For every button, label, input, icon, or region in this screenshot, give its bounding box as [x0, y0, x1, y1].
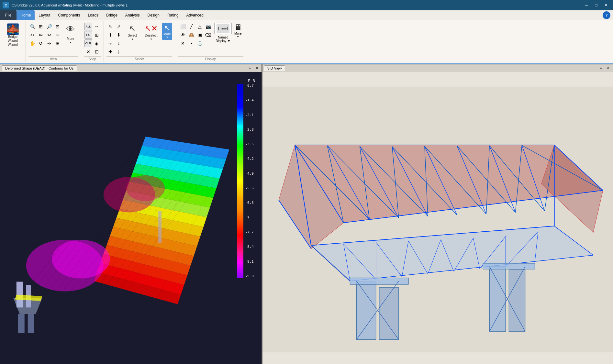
select-more-label: More [163, 32, 171, 36]
eye-view-button[interactable]: 👁 [63, 23, 78, 36]
snap-dot-button[interactable]: ⊡ [93, 48, 101, 56]
panel-close-button[interactable]: ✕ [254, 65, 260, 72]
right-panel-tab-bar: 3-D View ▽ ✕ [262, 64, 613, 72]
tick-2: -1.4 [245, 98, 254, 102]
snap-all-button[interactable]: ALL [84, 23, 92, 30]
deselect-button[interactable]: ↖✕ Deselect ▼ [142, 23, 160, 42]
right-panel-float-button[interactable]: ▽ [598, 65, 604, 72]
close-button[interactable]: ✕ [601, 1, 610, 9]
view-xz-button[interactable]: XZ [37, 31, 45, 39]
display-fill-button[interactable]: ▣ [196, 31, 204, 39]
select-rotate-button[interactable]: ↕ [115, 39, 123, 47]
menubar: File Home Layout Components Loads Bridge… [0, 10, 613, 20]
menu-analysis[interactable]: Analysis [121, 10, 144, 20]
display-erase-button[interactable]: ⌫ [204, 31, 212, 39]
menu-bridge[interactable]: Bridge [102, 10, 121, 20]
display-hide-button[interactable]: 🙈 [187, 31, 195, 39]
tick-1: -0.7 [245, 84, 254, 87]
display-tri-button[interactable]: △ [196, 23, 204, 30]
left-panel-tab-bar: Deformed Shape (DEAD) - Contours for Uz … [0, 64, 262, 72]
menu-design[interactable]: Design [144, 10, 163, 20]
display-more-button[interactable]: 🖥 More ▼ [234, 23, 242, 38]
svg-rect-101 [379, 288, 399, 339]
tick-11: -7.7 [245, 230, 254, 234]
display-dot-button[interactable]: • [187, 39, 195, 47]
snap-move-button[interactable]: ↔ [93, 23, 101, 30]
bridge-wizard-button[interactable]: 🌉 BridgeWizardWizard [4, 23, 22, 48]
tick-10: -7 [245, 216, 254, 219]
right-panel-close-button[interactable]: ✕ [605, 65, 611, 72]
snap-to-grid-button[interactable]: ⊞ [54, 39, 61, 47]
view-3d-button[interactable]: 3D [54, 31, 61, 39]
snap-grid-button[interactable]: ⊞ [93, 31, 101, 39]
select-grid-button[interactable]: ⊹ [115, 48, 123, 56]
deformed-shape-view[interactable]: E-3 -0.7 -1.4 -2.1 -2.8 -3.5 -4.2 -4.9 -… [0, 72, 262, 364]
tick-12: -8.4 [245, 245, 254, 248]
rubber-band-button[interactable]: ⊹ [45, 39, 53, 47]
svg-point-18 [52, 240, 110, 279]
help-button[interactable]: ? [603, 11, 610, 19]
maximize-button[interactable]: □ [592, 1, 601, 9]
display-nodes-button[interactable]: ⬜ [179, 23, 187, 30]
select-arrow-button[interactable]: ↖ [106, 23, 114, 30]
svg-rect-104 [350, 278, 408, 284]
minimize-button[interactable]: ─ [582, 1, 591, 9]
snap-clr-button[interactable]: CLR [84, 39, 92, 47]
menu-file[interactable]: File [0, 10, 17, 20]
menu-components[interactable]: Components [54, 10, 84, 20]
bridge-wizard-label: BridgeWizardWizard [8, 35, 18, 47]
pan-button[interactable]: ✋ [28, 39, 36, 47]
display-x-button[interactable]: ✕ [179, 39, 187, 47]
snap-x-button[interactable]: ✕ [84, 48, 92, 56]
zoom-out-button[interactable]: 🔎 [45, 23, 53, 30]
tick-4: -2.8 [245, 128, 254, 131]
zoom-rect-button[interactable]: ⊞ [37, 23, 45, 30]
menu-home[interactable]: Home [17, 10, 35, 20]
named-display-icon[interactable]: [name] [214, 23, 232, 34]
display-more-label: More [234, 32, 242, 35]
select-label: Select [128, 34, 137, 37]
select-xyz-button[interactable]: xyz [106, 39, 114, 47]
view-yz-button[interactable]: YZ [45, 31, 53, 39]
panel-float-button[interactable]: ▽ [247, 65, 253, 72]
zoom-fit-button[interactable]: ⊡ [54, 23, 61, 30]
colormap-bar [237, 84, 243, 278]
named-display-label[interactable]: NamedDisplay ▼ [216, 36, 230, 43]
display-anchor-button[interactable]: ⚓ [196, 39, 204, 47]
snap-ps-button[interactable]: PS [84, 31, 92, 39]
view-more-button[interactable]: More ▼ [63, 36, 78, 45]
select-lasso-button[interactable]: ⬇ [115, 31, 123, 39]
titlebar: C CSiBridge v23.0.0 Advanced w/Rating 64… [0, 0, 613, 10]
bridge-wizard-group-label [3, 60, 23, 61]
zoom-in-button[interactable]: 🔍 [28, 23, 36, 30]
menu-layout[interactable]: Layout [35, 10, 54, 20]
tick-13: -9.1 [245, 260, 254, 263]
ribbon-group-view: 🔍 ⊞ 🔎 ⊡ XY XZ YZ 3D ✋ ↺ ⊹ ⊞ [26, 21, 81, 62]
snap-point-button[interactable]: ◈ [93, 39, 101, 47]
select-intersect-button[interactable]: ↗ [115, 23, 123, 30]
display-lines-button[interactable]: ╱ [187, 23, 195, 30]
menu-rating[interactable]: Rating [163, 10, 183, 20]
ribbon: 🌉 BridgeWizardWizard 🔍 ⊞ 🔎 ⊡ XY XZ YZ 3D [0, 20, 613, 64]
3d-view-tab[interactable]: 3-D View [264, 65, 285, 71]
select-cross-button[interactable]: ✚ [106, 48, 114, 56]
menu-advanced[interactable]: Advanced [183, 10, 207, 20]
deformed-shape-tab[interactable]: Deformed Shape (DEAD) - Contours for Uz [2, 65, 77, 71]
display-cam-button[interactable]: 📷 [204, 23, 212, 30]
display-show-button[interactable]: 👁 [179, 31, 187, 39]
svg-rect-103 [509, 270, 525, 331]
rotate-button[interactable]: ↺ [37, 39, 45, 47]
3d-view-panel: 3-D View ▽ ✕ [262, 64, 613, 364]
menu-loads[interactable]: Loads [84, 10, 102, 20]
select-group-label: Select [106, 56, 172, 61]
select-pointer-button[interactable]: ⬆ [106, 31, 114, 39]
tick-6: -4.2 [245, 157, 254, 160]
ribbon-group-bridge-wizard: 🌉 BridgeWizardWizard [0, 21, 26, 62]
3d-view-content[interactable] [262, 72, 613, 364]
ribbon-group-display: ⬜ ╱ △ 📷 👁 🙈 ▣ ⌫ ✕ • ⚓ [175, 21, 246, 62]
select-button[interactable]: ↖ Select ▼ [125, 23, 140, 42]
view-group-label: View [28, 56, 78, 61]
app-title: CSiBridge v23.0.0 Advanced w/Rating 64-b… [12, 3, 128, 7]
display-group-label: Display [178, 56, 243, 61]
view-xy-button[interactable]: XY [28, 31, 36, 39]
